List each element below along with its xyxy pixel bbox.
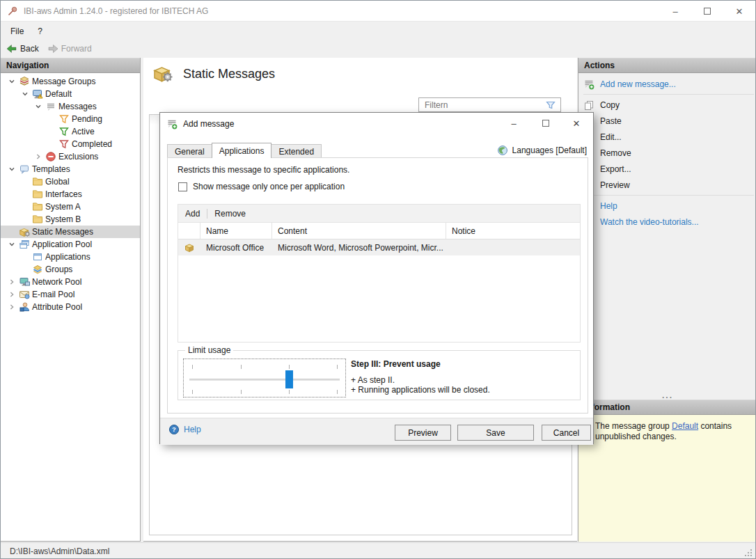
nav-item-attribute-pool[interactable]: Attribute Pool (1, 301, 140, 313)
monitor-warning-icon (31, 88, 44, 100)
nav-item-label: Interfaces (45, 189, 82, 199)
chevron-down-icon[interactable] (31, 103, 45, 110)
column-header-notice[interactable]: Notice (446, 223, 580, 239)
nav-item-interfaces[interactable]: Interfaces (1, 188, 140, 200)
forward-button[interactable]: Forward (43, 41, 96, 56)
tab-extended[interactable]: Extended (271, 144, 322, 158)
chevron-down-icon[interactable] (18, 90, 31, 97)
limit-usage-slider[interactable] (184, 359, 345, 397)
action-watch-video-tutorials[interactable]: Watch the video-tutorials... (578, 214, 756, 230)
action-paste[interactable]: Paste (578, 113, 756, 129)
menu-file[interactable]: File (3, 22, 31, 40)
information-header: Information (578, 400, 756, 415)
slider-tick (192, 390, 193, 394)
nav-item-messages[interactable]: Messages (1, 100, 140, 113)
default-group-link[interactable]: Default (672, 421, 698, 431)
cell-content: Microsoft Word, Microsoft Powerpoint, Mi… (272, 243, 446, 253)
chevron-down-icon[interactable] (5, 166, 18, 173)
layers-icon (18, 76, 31, 87)
information-panel: The message group Default contains unpub… (578, 415, 756, 542)
chevron-right-icon[interactable] (5, 278, 18, 285)
slider-tick (241, 390, 242, 394)
action-add-new-message[interactable]: Add new message... (578, 76, 756, 92)
remove-button[interactable]: Remove (214, 209, 246, 219)
nav-item-templates[interactable]: Templates (1, 163, 140, 175)
nav-item-default[interactable]: Default (1, 88, 140, 100)
nav-item-completed[interactable]: Completed (1, 138, 140, 150)
nav-item-network-pool[interactable]: Network Pool (1, 276, 140, 288)
nav-item-label: Message Groups (32, 77, 95, 86)
table-row[interactable]: Microsoft Office Microsoft Word, Microso… (178, 239, 580, 255)
filter-funnel-icon[interactable] (545, 100, 556, 111)
languages-control[interactable]: Languages [Default] (497, 145, 587, 156)
filter-box (418, 97, 561, 112)
nav-item-label: System B (45, 214, 81, 224)
nav-item-exclusions[interactable]: Exclusions (1, 150, 140, 163)
nav-item-message-groups[interactable]: Message Groups (1, 75, 140, 88)
tab-general[interactable]: General (167, 144, 212, 158)
dialog-maximize-button[interactable] (532, 114, 560, 132)
page-title-row: Static Messages (152, 63, 275, 84)
add-button[interactable]: Add (185, 209, 200, 219)
dialog-title: Add message (183, 119, 234, 129)
tab-applications[interactable]: Applications (212, 143, 272, 158)
show-once-checkbox[interactable] (178, 182, 187, 191)
maximize-button[interactable] (691, 1, 723, 22)
dialog-title-bar: Add message (160, 113, 593, 135)
column-header-icon[interactable] (178, 223, 200, 239)
folder-icon (31, 201, 44, 212)
chevron-down-icon[interactable] (5, 241, 18, 248)
close-button[interactable]: ✕ (723, 1, 755, 22)
dialog-close-button[interactable]: ✕ (562, 114, 590, 132)
action-label: Paste (600, 116, 622, 126)
chevron-right-icon[interactable] (5, 291, 18, 298)
filter-input[interactable] (419, 100, 545, 111)
action-label: Help (600, 201, 617, 211)
nav-item-pending[interactable]: Pending (1, 113, 140, 125)
minus-circle-icon (45, 151, 57, 162)
nav-item-application-pool[interactable]: Application Pool (1, 238, 140, 251)
column-header-name[interactable]: Name (200, 223, 272, 239)
slider-thumb[interactable] (285, 370, 293, 388)
cancel-button[interactable]: Cancel (542, 425, 591, 441)
actions-panel: Actions Add new message... Copy Paste Ed… (578, 58, 756, 542)
message-lines-icon (45, 101, 57, 112)
nav-item-system-a[interactable]: System A (1, 200, 140, 213)
step-description: Step III: Prevent usage + As step II. + … (351, 359, 490, 395)
panel-splitter[interactable]: ... (578, 391, 756, 400)
action-export[interactable]: Export... (578, 161, 756, 177)
nav-item-applications[interactable]: Applications (1, 251, 140, 263)
dialog-minimize-button[interactable]: – (500, 114, 528, 132)
resize-grip-icon[interactable] (743, 548, 753, 558)
action-help[interactable]: Help (578, 198, 756, 214)
nav-item-active[interactable]: Active (1, 125, 140, 138)
nav-item-system-b[interactable]: System B (1, 213, 140, 226)
column-header-content[interactable]: Content (272, 223, 446, 239)
save-button[interactable]: Save (457, 425, 534, 441)
nav-item-label: Messages (58, 102, 97, 111)
menu-help[interactable]: ? (31, 22, 49, 40)
nav-item-static-messages[interactable]: Static Messages (1, 226, 140, 238)
nav-item-groups[interactable]: Groups (1, 263, 140, 276)
minimize-button[interactable]: – (659, 1, 691, 22)
toolbar-divider (207, 209, 207, 219)
copy-icon (583, 100, 594, 111)
nav-item-email-pool[interactable]: E-mail Pool (1, 288, 140, 301)
action-copy[interactable]: Copy (578, 97, 756, 113)
action-preview[interactable]: Preview (578, 177, 756, 193)
dialog-footer: Help Preview Save Cancel (160, 418, 593, 445)
dialog-help-link[interactable]: Help (168, 424, 201, 435)
chevron-down-icon[interactable] (5, 78, 18, 85)
back-button[interactable]: Back (2, 41, 43, 56)
folder-icon (31, 214, 44, 225)
nav-item-global[interactable]: Global (1, 175, 140, 188)
preview-button[interactable]: Preview (395, 425, 451, 441)
nav-item-label: E-mail Pool (32, 290, 74, 299)
chevron-right-icon[interactable] (5, 304, 18, 310)
slider-track[interactable] (189, 379, 340, 381)
box-gear-icon (18, 226, 31, 238)
action-remove[interactable]: Remove (578, 145, 756, 161)
slider-tick (289, 390, 290, 394)
action-edit[interactable]: Edit... (578, 129, 756, 145)
chevron-right-icon[interactable] (31, 153, 45, 160)
